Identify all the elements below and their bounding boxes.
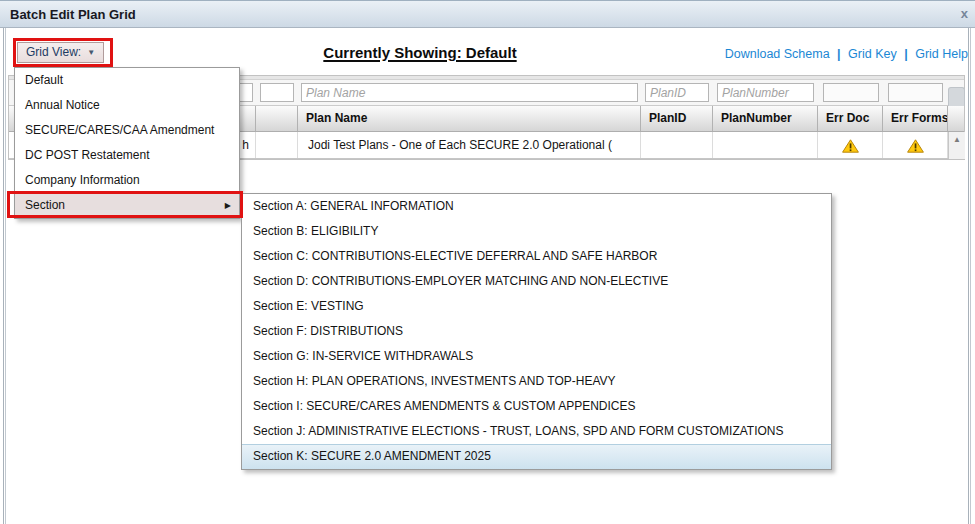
submenu-item-section-k[interactable]: Section K: SECURE 2.0 AMENDMENT 2025 <box>242 444 831 469</box>
submenu-item-section-j[interactable]: Section J: ADMINISTRATIVE ELECTIONS - TR… <box>242 419 831 444</box>
download-schema-link[interactable]: Download Schema <box>725 47 830 61</box>
row-plan-name: Jodi Test Plans - One of Each SECURE 2.0… <box>298 132 641 158</box>
err-forms-filter-input[interactable] <box>888 83 943 102</box>
link-separator: | <box>904 47 908 61</box>
row-err-doc-cell <box>818 132 883 158</box>
header-plan-name[interactable]: Plan Name <box>298 106 641 131</box>
dialog-titlebar: Batch Edit Plan Grid x <box>0 0 975 28</box>
chevron-down-icon: ▼ <box>87 48 95 57</box>
submenu-item-section-g[interactable]: Section G: IN-SERVICE WITHDRAWALS <box>242 344 831 369</box>
submenu-item-section-f[interactable]: Section F: DISTRIBUTIONS <box>242 319 831 344</box>
grid-view-dropdown-button[interactable]: Grid View:▼ <box>17 42 104 63</box>
section-submenu: Section A: GENERAL INFORMATION Section B… <box>241 193 832 470</box>
batch-edit-plan-grid-dialog: Batch Edit Plan Grid x Grid View:▼ Curre… <box>0 0 975 524</box>
header-err-doc[interactable]: Err Doc <box>818 106 883 131</box>
menu-item-annual-notice[interactable]: Annual Notice <box>15 93 239 118</box>
err-doc-filter-input[interactable] <box>823 83 879 102</box>
grid-key-link[interactable]: Grid Key <box>848 47 897 61</box>
scroll-up-icon[interactable]: ▲ <box>949 136 965 144</box>
submenu-item-section-e[interactable]: Section E: VESTING <box>242 294 831 319</box>
menu-item-secure-cares-caa-amendment[interactable]: SECURE/CARES/CAA Amendment <box>15 118 239 143</box>
currently-showing-heading: Currently Showing: Default <box>230 44 610 61</box>
menu-item-company-information[interactable]: Company Information <box>15 168 239 193</box>
chevron-right-icon: ▶ <box>225 193 231 218</box>
header-err-forms[interactable]: Err Forms <box>883 106 948 131</box>
plan-name-filter-input[interactable] <box>301 83 638 102</box>
submenu-item-section-a[interactable]: Section A: GENERAL INFORMATION <box>242 194 831 219</box>
scrollbar-top-notch <box>948 87 965 106</box>
grid-scrollbar[interactable]: ▲ <box>948 132 965 159</box>
grid-view-menu: Default Annual Notice SECURE/CARES/CAA A… <box>14 67 240 219</box>
header-select-column <box>256 106 298 131</box>
menu-item-section[interactable]: Section ▶ <box>15 193 239 218</box>
dialog-left-border <box>3 28 6 524</box>
dialog-right-border <box>968 28 971 524</box>
row-select-cell <box>256 132 298 158</box>
plan-number-filter-input[interactable] <box>717 83 814 102</box>
header-plan-id[interactable]: PlanID <box>641 106 713 131</box>
menu-item-dc-post-restatement[interactable]: DC POST Restatement <box>15 143 239 168</box>
plan-id-filter-input[interactable] <box>645 83 709 102</box>
row-plan-id <box>641 132 713 158</box>
menu-item-section-label: Section <box>25 198 65 212</box>
submenu-item-section-c[interactable]: Section C: CONTRIBUTIONS-ELECTIVE DEFERR… <box>242 244 831 269</box>
submenu-item-section-d[interactable]: Section D: CONTRIBUTIONS-EMPLOYER MATCHI… <box>242 269 831 294</box>
warning-icon[interactable] <box>842 139 859 153</box>
submenu-item-section-i[interactable]: Section I: SECURE/CARES AMENDMENTS & CUS… <box>242 394 831 419</box>
grid-help-link[interactable]: Grid Help <box>915 47 968 61</box>
submenu-item-section-h[interactable]: Section H: PLAN OPERATIONS, INVESTMENTS … <box>242 369 831 394</box>
row-err-forms-cell <box>883 132 948 158</box>
grid-view-label: Grid View: <box>26 45 81 59</box>
link-separator: | <box>837 47 841 61</box>
row-plan-number <box>713 132 818 158</box>
dialog-title: Batch Edit Plan Grid <box>10 1 136 28</box>
select-column-filter-input[interactable] <box>260 83 294 102</box>
header-links: Download Schema | Grid Key | Grid Help <box>725 47 968 61</box>
submenu-item-section-b[interactable]: Section B: ELIGIBILITY <box>242 219 831 244</box>
warning-icon[interactable] <box>907 139 924 153</box>
header-plan-number[interactable]: PlanNumber <box>713 106 818 131</box>
menu-item-default[interactable]: Default <box>15 68 239 93</box>
close-icon[interactable]: x <box>961 1 968 27</box>
